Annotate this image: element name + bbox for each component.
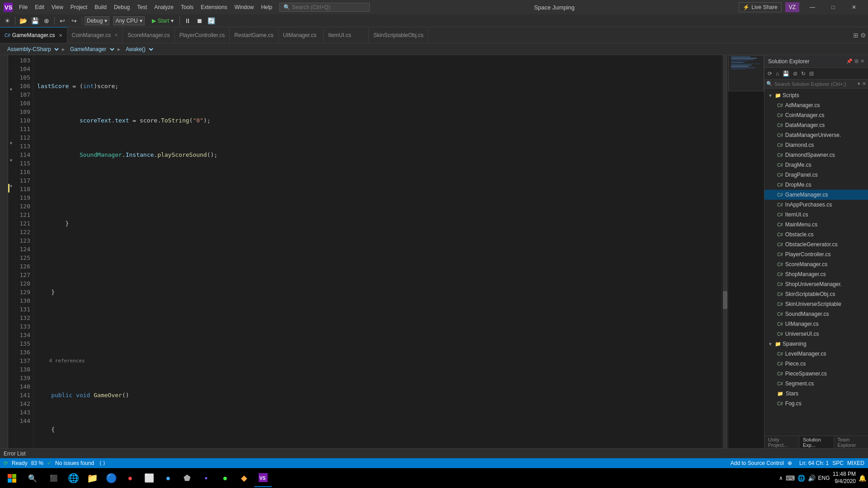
tab-settings-icon[interactable]: ⚙ xyxy=(860,32,866,39)
se-item-piece[interactable]: C# Piece.cs xyxy=(764,359,868,369)
editor-encoding[interactable]: SPC xyxy=(832,460,844,466)
se-item-dragpanel[interactable]: C# DragPanel.cs xyxy=(764,170,868,180)
se-tab-team[interactable]: Team Explorer xyxy=(834,436,868,448)
se-item-obstaclegenerator[interactable]: C# ObstacleGenerator.cs xyxy=(764,239,868,249)
save-btn[interactable]: 💾 xyxy=(29,16,40,26)
start-menu-button[interactable] xyxy=(2,469,22,487)
se-item-diamond[interactable]: C# Diamond.cs xyxy=(764,140,868,150)
app-btn-7[interactable]: ◆ xyxy=(235,469,253,487)
code-content[interactable]: lastScore = (int)score; scoreText.text =… xyxy=(33,55,722,448)
breadcrumb-project-select[interactable]: Assembly-CSharp xyxy=(4,45,60,53)
se-item-levelmanager[interactable]: C# LevelManager.cs xyxy=(764,349,868,359)
taskbar-notification-icon[interactable]: 🔔 xyxy=(859,474,866,482)
app-btn-5[interactable]: ▪ xyxy=(197,469,215,487)
se-item-gamemanager[interactable]: C# GameManager.cs xyxy=(764,190,868,200)
breadcrumb-class-select[interactable]: GameManager xyxy=(66,45,116,53)
se-pin-icon[interactable]: 📌 xyxy=(846,58,853,64)
global-search-box[interactable]: 🔍 xyxy=(279,3,370,12)
se-close-icon[interactable]: ✕ xyxy=(860,58,864,64)
save-all-btn[interactable]: ⊕ xyxy=(41,16,52,26)
app-btn-1[interactable]: ● xyxy=(121,469,139,487)
debug-config-selector[interactable]: Debug ▾ xyxy=(85,16,109,25)
undo-btn[interactable]: ↩ xyxy=(57,16,68,26)
start-button[interactable]: ▶ Start ▾ xyxy=(148,16,177,26)
se-item-stars[interactable]: 📁 Stars xyxy=(764,389,868,399)
se-search-clear-icon[interactable]: ✕ xyxy=(862,81,866,87)
se-tab-unity[interactable]: Unity Project... xyxy=(764,436,799,448)
menu-extensions[interactable]: Extensions xyxy=(197,2,231,12)
se-search-options-icon[interactable]: ▾ xyxy=(858,81,860,87)
scrollbar-thumb[interactable] xyxy=(723,291,727,309)
tab-coinmanager[interactable]: CoinManager.cs ✕ xyxy=(67,27,123,43)
se-item-itemui[interactable]: C# ItemUI.cs xyxy=(764,210,868,220)
se-item-dragme[interactable]: C# DragMe.cs xyxy=(764,160,868,170)
se-item-playercontroller[interactable]: C# PlayerController.cs xyxy=(764,249,868,259)
se-home-btn[interactable]: ⌂ xyxy=(774,70,780,78)
file-explorer-btn[interactable]: 📁 xyxy=(83,469,101,487)
se-filter-btn[interactable]: ⊘ xyxy=(792,70,799,78)
app-btn-2[interactable]: ⬜ xyxy=(140,469,158,487)
menu-file[interactable]: File xyxy=(15,2,31,12)
maximize-button[interactable]: □ xyxy=(823,0,844,14)
menu-tools[interactable]: Tools xyxy=(177,2,197,12)
se-item-fog[interactable]: C# Fog.cs xyxy=(764,399,868,408)
se-item-piecespawner[interactable]: C# PieceSpawner.cs xyxy=(764,369,868,379)
new-project-btn[interactable]: ☀ xyxy=(2,16,13,26)
se-collapse-btn[interactable]: ⊟ xyxy=(808,70,815,78)
se-item-inapppurchases[interactable]: C# InAppPurchases.cs xyxy=(764,200,868,210)
open-btn[interactable]: 📂 xyxy=(18,16,28,26)
se-item-uimanager[interactable]: C# UIManager.cs xyxy=(764,319,868,329)
se-item-coinmanager[interactable]: C# CoinManager.cs xyxy=(764,110,868,120)
se-item-mainmenu[interactable]: C# MainMenu.cs xyxy=(764,220,868,230)
tab-split-icon[interactable]: ⊞ xyxy=(853,32,859,39)
app-btn-4[interactable]: ⬟ xyxy=(178,469,196,487)
se-item-shopmanager[interactable]: C# ShopManager.cs xyxy=(764,269,868,279)
toolbar-btn-1[interactable]: ⏸ xyxy=(182,16,193,26)
error-list-label[interactable]: Error List xyxy=(4,450,26,457)
se-item-soundmanager[interactable]: C# SoundManager.cs xyxy=(764,309,868,319)
live-share-button[interactable]: ⚡ Live Share xyxy=(739,2,781,12)
se-item-admanager[interactable]: C# AdManager.cs xyxy=(764,100,868,110)
app-btn-3[interactable]: ● xyxy=(159,469,177,487)
taskbar-up-icon[interactable]: ∧ xyxy=(779,475,783,481)
se-item-segment[interactable]: C# Segment.cs xyxy=(764,379,868,389)
toolbar-btn-2[interactable]: ⏹ xyxy=(194,16,205,26)
se-tab-solution[interactable]: Solution Exp... xyxy=(799,436,834,448)
tab-itemui[interactable]: ItemUI.cs xyxy=(324,27,369,43)
add-to-source-control[interactable]: Add to Source Control xyxy=(731,460,784,466)
task-view-btn[interactable]: ⬛ xyxy=(43,469,63,487)
tab-uimanager[interactable]: UIManager.cs xyxy=(278,27,324,43)
tab-coinmanager-close[interactable]: ✕ xyxy=(114,33,118,38)
se-item-datamanageruniverse[interactable]: C# DataManagerUniverse. xyxy=(764,130,868,140)
se-item-datamanager[interactable]: C# DataManager.cs xyxy=(764,120,868,130)
se-item-obstacle[interactable]: C# Obstacle.cs xyxy=(764,230,868,239)
toolbar-btn-3[interactable]: 🔄 xyxy=(206,16,217,26)
se-maximize-icon[interactable]: ⊞ xyxy=(854,58,859,64)
menu-test[interactable]: Test xyxy=(133,2,151,12)
platform-selector[interactable]: Any CPU ▾ xyxy=(113,16,144,25)
se-item-dropme[interactable]: C# DropMe.cs xyxy=(764,180,868,190)
global-search-input[interactable] xyxy=(292,4,364,10)
se-item-diamondspawner[interactable]: C# DiamondSpawner.cs xyxy=(764,150,868,160)
tab-scoremanager[interactable]: ScoreManager.cs xyxy=(123,27,175,43)
editor-scrollbar[interactable] xyxy=(722,55,728,448)
se-refresh-btn[interactable]: ↻ xyxy=(800,70,807,78)
edge-btn[interactable]: 🌐 xyxy=(64,469,82,487)
se-save-btn[interactable]: 💾 xyxy=(781,70,791,78)
menu-build[interactable]: Build xyxy=(91,2,110,12)
editor-position[interactable]: Ln: 64 Ch: 1 xyxy=(799,460,829,466)
code-editor[interactable]: ▼ ▼ ▼ ▼ 103 104 105 106 107 108 109 110 … xyxy=(8,55,722,448)
se-item-skinuniversescriptable[interactable]: C# SkinUniverseScriptable xyxy=(764,299,868,309)
se-spawning-folder[interactable]: ▼ 📁 Spawning xyxy=(764,339,868,349)
taskbar-clock[interactable]: 11:48 PM 9/4/2020 xyxy=(833,471,856,485)
editor-zoom[interactable]: 83 % xyxy=(31,460,43,466)
redo-btn[interactable]: ↪ xyxy=(69,16,80,26)
collapse-arrow-1[interactable]: ▼ xyxy=(9,87,13,92)
se-scripts-folder[interactable]: ▼ 📁 Scripts xyxy=(764,90,868,100)
collapse-arrow-2[interactable]: ▼ xyxy=(9,141,13,145)
collapse-arrow-4[interactable]: ▼ xyxy=(9,184,13,188)
se-item-universeui[interactable]: C# UniverseUI.cs xyxy=(764,329,868,339)
menu-analyze[interactable]: Analyze xyxy=(151,2,177,12)
se-item-skinscriptableobj[interactable]: C# SkinScriptableObj.cs xyxy=(764,289,868,299)
se-search-box[interactable]: 🔍 ▾ ✕ xyxy=(764,80,868,89)
